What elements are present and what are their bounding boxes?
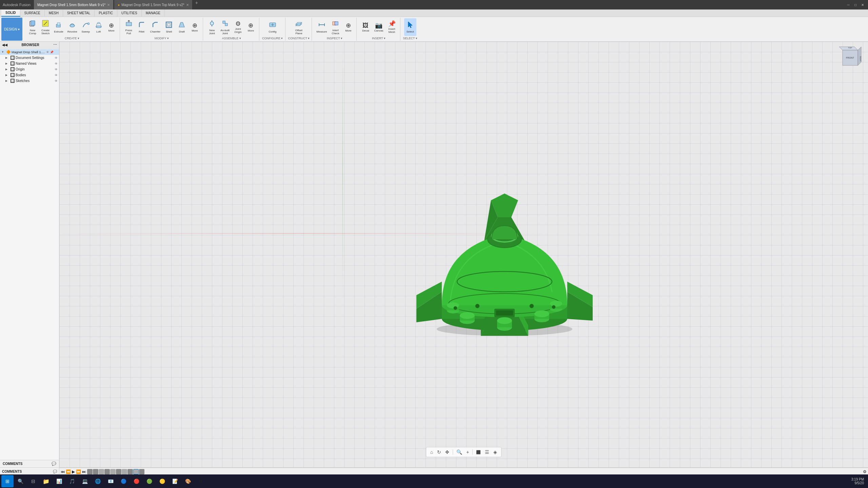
configure-btn[interactable]: Config: [267, 18, 279, 36]
timeline-settings[interactable]: ⚙: [863, 469, 867, 474]
tree-item-origin[interactable]: ▶ 🔲 Origin 👁: [0, 66, 59, 72]
asbuilt-joint[interactable]: As-builtJoint: [219, 18, 231, 36]
timeline-item[interactable]: [139, 469, 144, 474]
tb-btn-11[interactable]: 📝: [169, 475, 181, 487]
tree-eye-sketches[interactable]: 👁: [55, 79, 58, 83]
tb-btn-13[interactable]: 🖥: [195, 475, 207, 487]
doc-tab-2[interactable]: ● Magnet Drop Shell 1.5mm Top Mark 9 v2*…: [114, 0, 193, 9]
browser-settings-icon[interactable]: ⋯: [53, 43, 57, 47]
configure-group-label[interactable]: CONFIGURE ▾: [262, 36, 283, 40]
tb-btn-5[interactable]: 🌐: [92, 475, 104, 487]
render-mode-btn[interactable]: ◈: [492, 449, 498, 455]
assemble-more[interactable]: ⊕ More: [245, 18, 257, 36]
fillet[interactable]: Fillet: [136, 18, 148, 36]
viewport[interactable]: FRONT TOP RIGHT ⌂ ↻ ✥ 🔍 + ⬛ ☰ ◈: [59, 42, 868, 467]
tab-add-button[interactable]: +: [193, 0, 201, 9]
design-mode-button[interactable]: DESIGN ▾: [1, 18, 22, 41]
timeline-item[interactable]: [93, 469, 98, 474]
timeline-item[interactable]: [110, 469, 116, 474]
tb-btn-10[interactable]: 🟡: [156, 475, 168, 487]
tb-btn-9[interactable]: 🟢: [143, 475, 155, 487]
insert-group-label[interactable]: INSERT ▾: [372, 36, 386, 40]
inspect-more[interactable]: ⊕ More: [342, 18, 354, 36]
assemble-group-label[interactable]: ASSEMBLE ▾: [222, 36, 241, 40]
ws-tab-mesh[interactable]: MESH: [45, 9, 63, 17]
tree-eye-bodies[interactable]: 👁: [55, 74, 58, 77]
tree-eye-origin[interactable]: 👁: [55, 68, 58, 71]
insert-decal[interactable]: 🖼 Decal: [359, 18, 372, 36]
tb-btn-7[interactable]: 🔵: [117, 475, 130, 487]
tree-item-named-views[interactable]: ▶ 🔲 Named Views 👁: [0, 61, 59, 66]
timeline-prev-btn[interactable]: ⏪: [66, 469, 71, 474]
tree-pin-root[interactable]: 📌: [50, 50, 54, 54]
doc-tab-1[interactable]: Magnet Drop Shell 1.5mm Bottom Mark 9 v1…: [34, 0, 114, 9]
select-btn[interactable]: Select: [404, 18, 416, 36]
view-cube-btn[interactable]: ⬛: [475, 449, 482, 455]
timeline-item[interactable]: [122, 469, 127, 474]
tree-item-root[interactable]: ▼ 🔶 Magnet Drop Shell 1.5mm Top... 👁 📌: [0, 49, 59, 55]
new-joint[interactable]: NewJoint: [206, 18, 218, 36]
close-button[interactable]: ✕: [860, 2, 865, 7]
shell[interactable]: Shell: [163, 18, 175, 36]
display-settings-btn[interactable]: ☰: [484, 449, 491, 455]
comments-icon[interactable]: 💬: [52, 462, 56, 466]
tree-item-doc-settings[interactable]: ▶ 🔲 Document Settings 👁: [0, 55, 59, 61]
create-more[interactable]: ⊕ More: [105, 18, 118, 36]
doc-tab-2-close[interactable]: ✕: [186, 3, 189, 7]
home-view-btn[interactable]: ⌂: [429, 449, 434, 455]
tree-eye-doc[interactable]: 👁: [55, 56, 58, 60]
task-view-btn[interactable]: ⊟: [27, 475, 39, 487]
revolve[interactable]: Revolve: [66, 18, 79, 36]
ws-tab-plastic[interactable]: PLASTIC: [95, 9, 117, 17]
create-new-component[interactable]: NewComp: [26, 18, 39, 36]
timeline-item[interactable]: [116, 469, 121, 474]
tree-item-bodies[interactable]: ▶ 🔲 Bodies 👁: [0, 72, 59, 78]
tree-eye-views[interactable]: 👁: [55, 62, 58, 65]
zoom-out-btn[interactable]: 🔍: [455, 449, 463, 455]
search-btn[interactable]: 🔍: [14, 475, 26, 487]
ws-tab-manage[interactable]: MANAGE: [142, 9, 165, 17]
timeline-item[interactable]: [104, 469, 110, 474]
inspect-group-label[interactable]: INSPECT ▾: [327, 36, 342, 40]
tb-btn-4[interactable]: 💻: [79, 475, 91, 487]
timeline-item[interactable]: [87, 469, 93, 474]
offset-plane[interactable]: OffsetPlane: [293, 18, 305, 36]
interference-check[interactable]: InterfCheck: [329, 18, 341, 36]
nav-orbit-btn[interactable]: ↻: [436, 449, 442, 455]
tree-eye-root[interactable]: 👁: [46, 50, 49, 54]
nav-pan-btn[interactable]: ✥: [444, 449, 451, 455]
start-button[interactable]: ⊞: [1, 475, 14, 487]
sweep[interactable]: Sweep: [80, 18, 92, 36]
loft[interactable]: Loft: [93, 18, 105, 36]
browser-collapse-icon[interactable]: ◀◀: [2, 43, 7, 47]
ws-tab-utilities[interactable]: UTILITIES: [117, 9, 142, 17]
tree-item-sketches[interactable]: ▶ 🔲 Sketches 👁: [0, 78, 59, 84]
draft[interactable]: Draft: [176, 18, 188, 36]
view-cube[interactable]: FRONT TOP RIGHT: [837, 45, 863, 70]
construct-group-label[interactable]: CONSTRUCT ▾: [288, 36, 310, 40]
joint-origin[interactable]: ⚙ JointOrigin: [232, 18, 244, 36]
press-pull[interactable]: PressPull: [123, 18, 135, 36]
timeline-next-btn[interactable]: ⏩: [76, 469, 81, 474]
ws-tab-solid[interactable]: SOLID: [1, 9, 20, 17]
insert-mesh[interactable]: 📌 InsertMesh: [386, 18, 398, 36]
ws-tab-sheetmetal[interactable]: SHEET METAL: [63, 9, 95, 17]
minimize-button[interactable]: ─: [846, 2, 851, 7]
comments-expand[interactable]: 💬: [53, 470, 57, 473]
timeline-item[interactable]: [127, 469, 133, 474]
insert-canvas[interactable]: 📷 Canvas: [372, 18, 385, 36]
timeline-end-btn[interactable]: ⏭: [82, 469, 86, 474]
tb-btn-6[interactable]: 📧: [104, 475, 117, 487]
maximize-button[interactable]: □: [853, 2, 858, 7]
timeline-item-active[interactable]: [133, 469, 139, 474]
select-group-label[interactable]: SELECT ▾: [403, 36, 417, 40]
modify-more[interactable]: ⊕ More: [189, 18, 201, 36]
create-group-label[interactable]: CREATE ▾: [65, 36, 79, 40]
extrude[interactable]: Extrude: [52, 18, 65, 36]
chamfer[interactable]: Chamfer: [149, 18, 162, 36]
tb-btn-12[interactable]: 🎨: [182, 475, 194, 487]
tb-btn-3[interactable]: 🎵: [66, 475, 78, 487]
tb-btn-2[interactable]: 📊: [53, 475, 65, 487]
measure[interactable]: Measure: [315, 18, 329, 36]
ws-tab-surface[interactable]: SURFACE: [20, 9, 45, 17]
